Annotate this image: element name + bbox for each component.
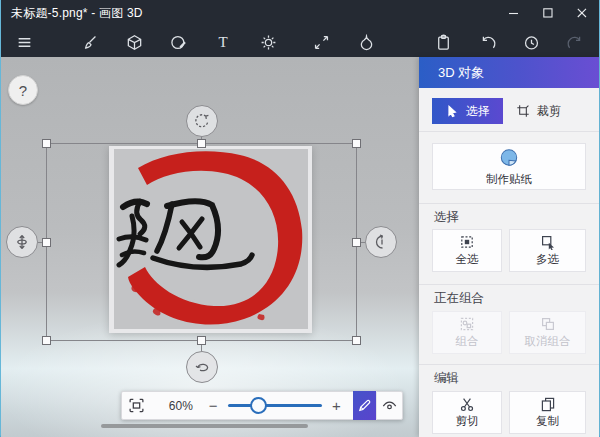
tab-crop[interactable]: 裁剪 <box>503 98 574 124</box>
zoom-toolbar: 60% − + <box>121 391 403 420</box>
resize-handle-middle-right[interactable] <box>352 238 361 247</box>
panel-divider <box>419 203 599 204</box>
stickers-button[interactable] <box>353 29 379 55</box>
menu-icon <box>16 34 33 51</box>
rotate-handle-left[interactable] <box>6 226 38 258</box>
resize-handle-bottom-right[interactable] <box>352 336 361 345</box>
copy-label: 复制 <box>536 414 559 429</box>
text-icon: T <box>218 34 227 51</box>
tab-crop-label: 裁剪 <box>537 103 561 120</box>
ungroup-icon <box>540 316 556 332</box>
history-icon <box>523 34 540 51</box>
help-label: ? <box>19 82 27 99</box>
group-icon <box>459 316 475 332</box>
group-label: 组合 <box>456 334 479 349</box>
tab-select[interactable]: 选择 <box>432 98 503 124</box>
eye-icon <box>381 397 398 414</box>
select-all-button[interactable]: 全选 <box>432 229 502 272</box>
side-panel: 3D 对象 选择 裁剪 制作贴纸 选择 <box>419 57 599 437</box>
multi-select-icon <box>540 234 556 250</box>
resize-handle-top-center[interactable] <box>197 139 206 148</box>
rotate-x-icon <box>13 233 31 251</box>
redo-icon <box>566 34 583 51</box>
make-sticker-button[interactable]: 制作贴纸 <box>432 143 586 190</box>
stickers-icon <box>358 34 375 51</box>
rotate-flat-icon <box>193 358 211 376</box>
zoom-slider[interactable] <box>226 392 324 419</box>
cut-label: 剪切 <box>456 414 479 429</box>
rotate-handle-right[interactable] <box>365 226 397 258</box>
panel-divider <box>419 364 599 365</box>
rotate-y-icon <box>372 233 390 251</box>
help-button[interactable]: ? <box>8 75 38 105</box>
paint3d-window: 未标题-5.png* - 画图 3D T <box>0 0 600 437</box>
select-all-label: 全选 <box>456 252 479 267</box>
3d-shapes-button[interactable] <box>121 29 147 55</box>
workspace: ? <box>1 57 419 437</box>
section-label-grouping: 正在组合 <box>434 290 484 307</box>
history-button[interactable] <box>518 29 544 55</box>
2d-shapes-button[interactable] <box>165 29 191 55</box>
make-sticker-label: 制作贴纸 <box>486 172 532 187</box>
text-button[interactable]: T <box>210 29 236 55</box>
multi-select-button[interactable]: 多选 <box>509 229 586 272</box>
canvas-icon <box>313 34 330 51</box>
zoom-level: 60% <box>159 399 202 413</box>
copy-button[interactable]: 复制 <box>509 391 586 434</box>
effects-icon <box>260 34 277 51</box>
paste-button[interactable] <box>430 29 456 55</box>
zoom-slider-thumb[interactable] <box>250 397 267 414</box>
section-label-selection: 选择 <box>434 209 459 226</box>
resize-handle-bottom-center[interactable] <box>197 336 206 345</box>
close-button[interactable] <box>565 0 599 26</box>
zoom-in-button[interactable]: + <box>326 397 348 414</box>
tab-select-label: 选择 <box>466 103 490 120</box>
titlebar: 未标题-5.png* - 画图 3D <box>1 0 599 26</box>
resize-handle-middle-left[interactable] <box>42 238 51 247</box>
toolbar: T <box>1 26 599 57</box>
view-mode-button[interactable] <box>376 391 402 420</box>
redo-button[interactable] <box>561 29 587 55</box>
fit-to-screen-icon <box>128 397 145 414</box>
cut-icon <box>459 396 475 412</box>
make-sticker-icon <box>498 147 520 169</box>
effects-button[interactable] <box>255 29 281 55</box>
undo-button[interactable] <box>475 29 501 55</box>
brush-icon <box>81 34 98 51</box>
multi-select-label: 多选 <box>536 252 559 267</box>
panel-divider <box>419 284 599 285</box>
cut-button[interactable]: 剪切 <box>432 391 502 434</box>
rotate-handle-top[interactable] <box>186 105 218 137</box>
window-title: 未标题-5.png* - 画图 3D <box>1 5 143 22</box>
maximize-icon <box>543 8 553 18</box>
3d-shapes-icon <box>126 34 143 51</box>
pencil-mode-button[interactable] <box>353 391 375 420</box>
main-area: ? <box>1 57 599 437</box>
canvas-button[interactable] <box>308 29 334 55</box>
ungroup-label: 取消组合 <box>525 334 571 349</box>
maximize-button[interactable] <box>531 0 565 26</box>
fit-to-screen-button[interactable] <box>122 392 151 419</box>
close-icon <box>577 8 587 18</box>
resize-handle-top-left[interactable] <box>42 139 51 148</box>
undo-icon <box>480 34 497 51</box>
horizontal-scrollbar[interactable] <box>101 424 308 428</box>
section-label-edit: 编辑 <box>434 370 459 387</box>
select-all-icon <box>459 234 475 250</box>
resize-handle-top-right[interactable] <box>352 139 361 148</box>
ungroup-button[interactable]: 取消组合 <box>509 311 586 354</box>
brushes-button[interactable] <box>76 29 102 55</box>
copy-icon <box>540 396 556 412</box>
panel-header: 3D 对象 <box>419 57 599 88</box>
window-controls <box>497 0 599 26</box>
menu-button[interactable] <box>11 29 37 55</box>
selection-box <box>46 143 357 341</box>
minimize-button[interactable] <box>497 0 531 26</box>
pencil-icon <box>357 398 372 413</box>
group-button[interactable]: 组合 <box>432 311 502 354</box>
resize-handle-bottom-left[interactable] <box>42 336 51 345</box>
zoom-slider-track[interactable] <box>228 404 322 407</box>
zoom-out-button[interactable]: − <box>202 397 224 414</box>
crop-icon <box>516 104 530 118</box>
rotate-handle-bottom[interactable] <box>186 351 218 383</box>
